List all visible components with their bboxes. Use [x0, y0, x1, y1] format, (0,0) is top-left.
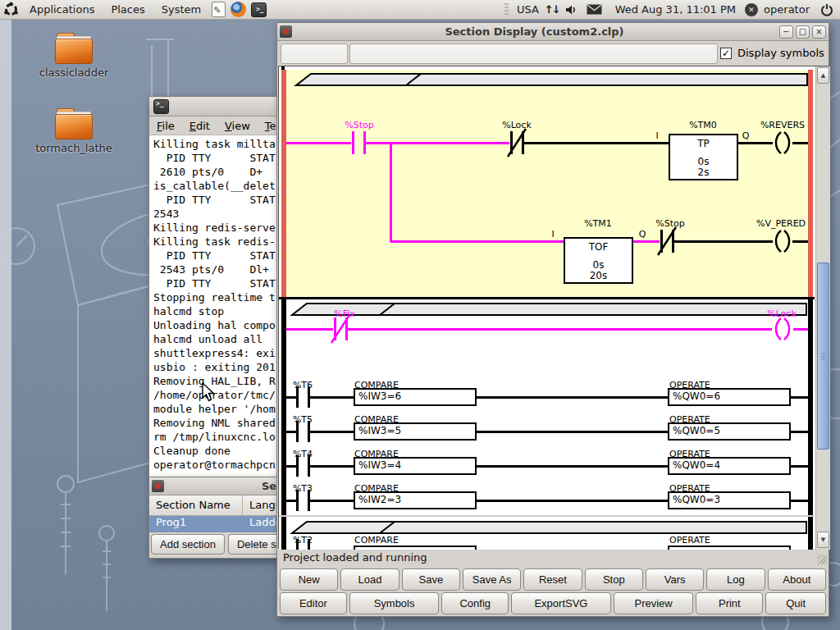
export-svg-button[interactable]: ExportSVG	[511, 592, 611, 614]
display-symbols-label: Display symbols	[737, 47, 824, 59]
contact-label-t3: %T3	[286, 483, 319, 494]
load-button[interactable]: Load	[340, 568, 399, 591]
user-status-icon[interactable]: ✕	[745, 3, 758, 16]
terminal-menu-view[interactable]: View	[217, 120, 258, 132]
contact-label-stop2: %Stop	[650, 218, 691, 229]
text-editor-launcher-icon[interactable]	[212, 2, 226, 17]
operate-function-label: OPERATE	[669, 535, 710, 546]
terminal-launcher-icon[interactable]	[251, 2, 267, 17]
display-symbols-checkbox[interactable]	[720, 48, 732, 59]
timer-mode: TOF	[565, 241, 632, 253]
scrollbar-thumb[interactable]	[817, 262, 829, 450]
keyboard-layout-indicator[interactable]: USA	[517, 3, 539, 16]
contact-label-lock: %Lock	[496, 120, 537, 130]
compare-block: %IW2=3	[354, 491, 477, 509]
column-section-name[interactable]: Section Name	[149, 495, 243, 515]
compare-block: %IW3=4	[354, 457, 477, 475]
ladder-viewport: %Stop %Lock %TM0 I Q %REVERS TP 0s 2s %T…	[278, 66, 829, 549]
vertical-scrollbar[interactable]: ▲ ▼	[815, 66, 830, 550]
print-button[interactable]: Print	[696, 592, 763, 614]
status-bar: Project loaded and running	[278, 550, 828, 567]
mouse-cursor	[202, 382, 215, 402]
minimize-button[interactable]: −	[779, 25, 793, 39]
top-panel: Applications Places System USA ↑↓ Wed Au…	[0, 0, 840, 20]
coil-label-lock: %Lock	[761, 308, 802, 319]
right-power-rail	[808, 299, 813, 550]
compare-block: %IW3=5	[354, 422, 477, 441]
firefox-launcher-icon[interactable]	[231, 2, 246, 17]
timer-output-label: Q	[740, 130, 751, 141]
user-menu[interactable]: operator	[764, 3, 810, 16]
new-button[interactable]: New	[280, 568, 338, 591]
operate-block: %QW0=3	[668, 491, 791, 509]
contact-label-t6: %T6	[286, 380, 319, 390]
section-display-window-icon	[280, 25, 292, 38]
desktop-icon-label: tormach_lathe	[34, 142, 113, 154]
layout-switch-arrows-icon[interactable]: ↑↓	[545, 3, 559, 16]
timer-preset: 2s	[670, 167, 737, 178]
editor-button[interactable]: Editor	[280, 592, 347, 614]
operate-block: %QW0=6	[668, 388, 791, 406]
menu-applications[interactable]: Applications	[21, 0, 103, 20]
power-icon[interactable]	[820, 3, 833, 16]
volume-icon[interactable]	[564, 3, 578, 16]
terminal-menu-file[interactable]: File	[149, 120, 182, 132]
menu-system[interactable]: System	[153, 0, 209, 20]
desktop-icon-classicladder[interactable]: classicladder	[34, 33, 113, 79]
contact-label-t4: %T4	[286, 449, 319, 459]
stop-button[interactable]: Stop	[585, 568, 643, 591]
about-button[interactable]: About	[768, 568, 826, 591]
desktop-icon-tormach-lathe[interactable]: tormach_lathe	[34, 108, 113, 154]
timer-base: 0s	[565, 259, 632, 271]
save-button[interactable]: Save	[402, 568, 460, 591]
timer-label-tm1: %TM1	[573, 218, 623, 229]
compare-function-label: COMPARE	[354, 535, 399, 546]
section-name-cell: Prog1	[149, 516, 243, 532]
property-entry-field[interactable]	[349, 43, 718, 64]
folder-icon	[55, 33, 93, 64]
contact-label-fix: %Fix	[324, 308, 365, 319]
clock[interactable]: Wed Aug 31, 11:01 PM	[615, 3, 736, 16]
reset-button[interactable]: Reset	[523, 568, 582, 591]
timer-input-label: I	[547, 229, 559, 240]
maximize-button[interactable]: □	[796, 25, 810, 39]
scroll-down-button[interactable]: ▼	[817, 532, 829, 548]
mail-icon[interactable]	[587, 4, 602, 15]
timer-block-tm0: TP 0s 2s	[669, 134, 738, 180]
add-section-button[interactable]: Add section	[151, 534, 225, 555]
distro-logo-icon	[3, 2, 19, 17]
quit-button[interactable]: Quit	[765, 592, 826, 614]
scroll-up-button[interactable]: ▲	[817, 67, 829, 84]
applet-drag-handle[interactable]	[504, 3, 509, 16]
contact-label-t2: %T2	[286, 535, 319, 546]
close-button[interactable]: ×	[812, 25, 826, 39]
vars-button[interactable]: Vars	[646, 568, 704, 591]
timer-label-tm0: %TM0	[678, 120, 728, 130]
timer-input-label: I	[651, 130, 663, 141]
save-as-button[interactable]: Save As	[463, 568, 521, 591]
desktop-icon-label: classicladder	[34, 66, 113, 79]
menu-places[interactable]: Places	[103, 0, 153, 20]
symbols-button[interactable]: Symbols	[349, 592, 440, 614]
resize-grip[interactable]	[817, 555, 827, 564]
timer-preset: 20s	[565, 270, 632, 281]
section-display-toolbar: Display symbols	[277, 41, 829, 66]
terminal-window-icon	[153, 99, 169, 114]
section-display-titlebar[interactable]: Section Display (custom2.clp) − □ ×	[277, 23, 829, 41]
element-entry-field[interactable]	[281, 43, 348, 64]
config-button[interactable]: Config	[441, 592, 509, 614]
timer-base: 0s	[670, 156, 737, 167]
right-power-rail-active	[808, 70, 813, 298]
coil-label-revers: %REVERS	[753, 120, 812, 130]
terminal-menu-edit[interactable]: Edit	[182, 120, 217, 132]
timer-output-label: Q	[637, 229, 648, 240]
preview-button[interactable]: Preview	[614, 592, 694, 614]
section-display-title: Section Display (custom2.clp)	[292, 25, 777, 38]
log-button[interactable]: Log	[706, 568, 765, 591]
ladder-drawing-area: %Stop %Lock %TM0 I Q %REVERS TP 0s 2s %T…	[279, 66, 815, 550]
timer-block-tm1: TOF 0s 20s	[564, 237, 633, 284]
active-rung-highlight	[281, 70, 814, 298]
section-display-window: Section Display (custom2.clp) − □ × Disp…	[276, 22, 829, 617]
left-power-rail-active	[281, 70, 286, 298]
timer-mode: TP	[670, 138, 737, 149]
